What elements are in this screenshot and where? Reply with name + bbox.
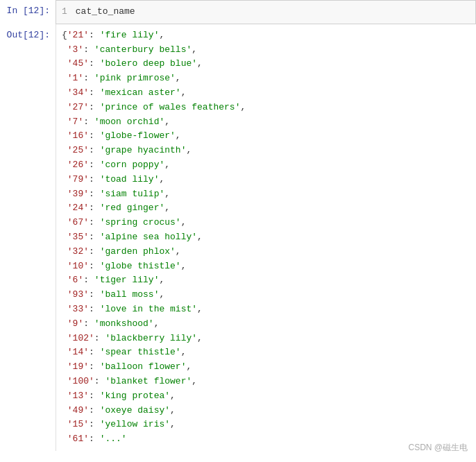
output-entry: '14': 'spear thistle', [62,345,470,360]
output-entry: '26': 'corn poppy', [62,158,470,173]
output-entry: '35': 'alpine sea holly', [62,230,470,245]
code-text: cat_to_name [76,5,135,19]
watermark-text: CSDN @磁生电 [408,442,468,454]
output-entry: '27': 'prince of wales feathers', [62,101,470,115]
output-entry: {'21': 'fire lily', [62,28,470,43]
output-entry: '100': 'blanket flower', [62,375,470,389]
output-entry: '15': 'yellow iris', [62,418,470,432]
output-entry: '25': 'grape hyacinth', [62,144,470,158]
output-entry: '32': 'garden phlox', [62,245,470,259]
output-content: {'21': 'fire lily', '3': 'canterbury bel… [56,24,476,451]
line-number: 1 [62,5,67,19]
output-entry: '39': 'siam tulip', [62,187,470,202]
input-cell: In [12]: 1 cat_to_name [0,0,476,24]
output-entry: '3': 'canterbury bells', [62,43,470,58]
input-label: In [12]: [0,0,56,24]
output-cell: Out[12]: {'21': 'fire lily', '3': 'cante… [0,24,476,451]
output-entry: '1': 'pink primrose', [62,71,470,86]
output-entry: '24': 'red ginger', [62,201,470,216]
output-entry: '16': 'globe-flower', [62,129,470,144]
output-entry: '9': 'monkshood', [62,317,470,332]
output-label: Out[12]: [0,24,56,451]
output-entry: '13': 'king protea', [62,389,470,404]
output-entry: '93': 'ball moss', [62,288,470,302]
notebook: In [12]: 1 cat_to_name Out[12]: {'21': '… [0,0,476,451]
output-entry: '49': 'oxeye daisy', [62,404,470,418]
output-entry: '102': 'blackberry lily', [62,332,470,346]
code-line: 1 cat_to_name [62,5,470,19]
input-content[interactable]: 1 cat_to_name [56,0,476,24]
output-entry: '33': 'love in the mist', [62,302,470,317]
output-entry: '6': 'tiger lily', [62,273,470,288]
output-entry: '79': 'toad lily', [62,173,470,187]
output-entry: '19': 'balloon flower', [62,360,470,375]
output-entry: '7': 'moon orchid', [62,115,470,130]
output-entry: '10': 'globe thistle', [62,259,470,274]
output-entry: '34': 'mexican aster', [62,86,470,101]
output-entry: '45': 'bolero deep blue', [62,57,470,71]
output-entry: '67': 'spring crocus', [62,216,470,230]
